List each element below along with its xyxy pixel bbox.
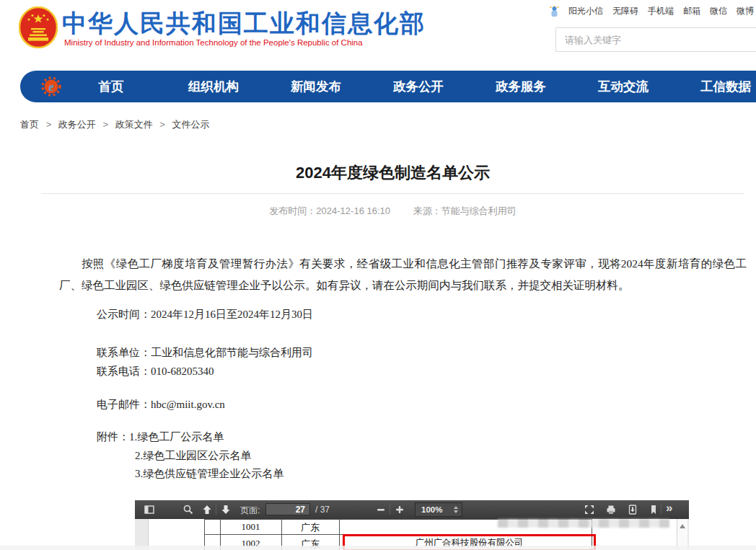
fullscreen-icon[interactable] [584,504,595,515]
page-title: 2024年度绿色制造名单公示 [41,162,744,184]
breadcrumb-separator: > [102,119,108,130]
contact-unit-line: 联系单位：工业和信息化部节能与综合利用司 [97,346,313,360]
search-box [555,27,756,52]
nav-item-organization[interactable]: 组织机构 [162,78,265,95]
nav-item-gov-disclosure[interactable]: 政务公开 [367,78,470,95]
attachment-line-2[interactable]: 2.绿色工业园区公示名单 [135,449,251,463]
zoom-spinner-icon[interactable] [454,506,458,513]
top-links: 阳光小信 无障碍 手机端 邮箱 微信 微博 [550,5,754,17]
sunshine-assistant-icon [550,6,559,17]
more-tools-icon[interactable]: » [666,501,672,515]
article-paragraph: 按照《绿色工厂梯度培育及管理暂行办法》有关要求，经省级工业和信息化主管部门推荐及… [59,253,747,296]
breadcrumb-policy-docs[interactable]: 政策文件 [115,119,153,130]
zoom-in-icon[interactable] [394,504,405,515]
attachment-line-3[interactable]: 3.绿色供应链管理企业公示名单 [135,467,284,481]
search-icon[interactable] [183,504,194,515]
table-cell-province: 广东 [281,521,339,534]
nav-item-interaction[interactable]: 互动交流 [572,78,674,95]
top-link-weibo[interactable]: 微博 [737,5,754,17]
title-divider [41,193,744,194]
nav-item-data[interactable]: 工信数据 [674,78,756,95]
national-emblem-logo [19,6,58,48]
breadcrumb-gov-disclosure[interactable]: 政务公开 [58,119,96,130]
page-total: / 37 [315,505,330,515]
breadcrumb-doc-notice[interactable]: 文件公示 [172,119,210,130]
sidebar-toggle-icon[interactable] [144,504,155,515]
toolbar-separator [390,505,390,515]
print-icon[interactable] [605,504,617,515]
search-input[interactable] [556,28,756,51]
toolbar-separator [216,505,216,515]
publish-time: 发布时间：2024-12-16 16:10 [269,205,390,216]
zoom-select[interactable]: 100% [415,502,462,517]
miit-gear-icon: e [40,76,62,97]
table-cell-no: 1001 [220,521,281,533]
download-icon[interactable] [627,504,638,515]
top-link-mobile[interactable]: 手机端 [648,5,674,17]
pdf-toolbar: 页面: / 37 100% [135,500,689,520]
scroll-up-icon[interactable] [680,524,685,528]
pdf-viewer: 页面: / 37 100% [135,500,689,550]
breadcrumb: 首页 > 政务公开 > 政策文件 > 文件公示 [20,118,210,131]
attachment-line-1[interactable]: 附件：1.绿色工厂公示名单 [97,430,224,444]
toolbar-separator [661,505,662,515]
top-link-wechat[interactable]: 微信 [710,5,727,17]
article-source: 来源：节能与综合利用司 [413,205,517,216]
top-link-accessibility[interactable]: 无障碍 [612,5,638,17]
page-number-input[interactable] [265,503,310,515]
contact-email-line: 电子邮件：hbc@miit.gov.cn [97,398,225,412]
nav-item-home[interactable]: 首页 [60,78,162,95]
bookmark-icon[interactable] [648,504,659,515]
page-up-icon[interactable] [201,504,213,515]
notice-period-line: 公示时间：2024年12月16日至2024年12月30日 [97,308,313,321]
breadcrumb-home[interactable]: 首页 [20,119,39,130]
page-down-icon[interactable] [220,504,232,515]
top-link-mail[interactable]: 邮箱 [683,5,700,17]
svg-text:e: e [48,81,53,93]
page-label: 页面: [240,505,260,517]
page: 中华人民共和国工业和信息化部 Ministry of Industry and … [0,0,756,550]
site-subtitle: Ministry of Industry and Information Tec… [64,38,363,47]
top-link-sunshine[interactable]: 阳光小信 [568,5,603,17]
nav-item-gov-services[interactable]: 政务服务 [470,78,572,95]
censored-company-blur [498,519,669,528]
breadcrumb-separator: > [46,119,52,130]
bottom-shadow-band [0,546,756,550]
zoom-out-icon[interactable] [375,504,387,515]
nav-item-news[interactable]: 新闻发布 [265,78,367,95]
breadcrumb-separator: > [159,119,165,130]
main-nav: e 首页 组织机构 新闻发布 政务公开 政务服务 互动交流 工信数据 [20,71,756,102]
article-meta: 发布时间：2024-12-16 16:10 来源：节能与综合利用司 [41,205,744,218]
site-title: 中华人民共和国工业和信息化部 [62,7,426,40]
contact-phone-line: 联系电话：010-68205340 [97,365,214,378]
zoom-level-value: 100% [416,505,454,514]
